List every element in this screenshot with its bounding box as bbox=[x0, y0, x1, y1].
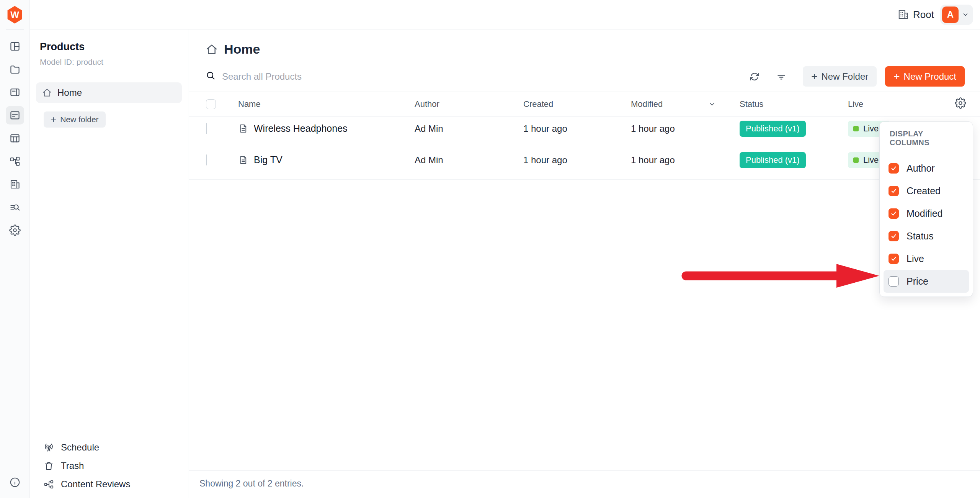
logo-letter: W bbox=[10, 10, 19, 20]
filter-icon[interactable] bbox=[774, 69, 789, 84]
settings-icon[interactable] bbox=[8, 224, 21, 237]
model-id-subtitle: Model ID: product bbox=[40, 57, 178, 67]
sidebar: Products Model ID: product Home + New fo… bbox=[30, 29, 188, 498]
live-dot-icon bbox=[853, 126, 859, 131]
form-builder-icon[interactable] bbox=[8, 86, 21, 99]
schedule-label: Schedule bbox=[61, 442, 99, 453]
tables-icon[interactable] bbox=[8, 132, 21, 145]
column-header-created[interactable]: Created bbox=[523, 99, 631, 109]
select-all-checkbox[interactable] bbox=[206, 99, 216, 109]
live-dot-icon bbox=[853, 157, 859, 163]
page-title: Home bbox=[224, 42, 260, 57]
row-author: Ad Min bbox=[415, 155, 523, 165]
model-title: Products bbox=[40, 41, 178, 53]
tenant-selector[interactable]: Root bbox=[898, 9, 934, 21]
row-select-cell bbox=[206, 123, 238, 134]
refresh-icon[interactable] bbox=[747, 69, 762, 84]
sidebar-header: Products Model ID: product bbox=[30, 29, 188, 76]
building-icon bbox=[898, 9, 909, 20]
top-bar: Root A bbox=[30, 0, 980, 29]
row-checkbox[interactable] bbox=[206, 123, 207, 134]
modified-label: Modified bbox=[631, 99, 663, 109]
menu-item-price[interactable]: Price bbox=[884, 270, 969, 293]
sidebar-new-folder-button[interactable]: + New folder bbox=[44, 111, 106, 128]
row-modified: 1 hour ago bbox=[631, 155, 740, 165]
workflows-icon[interactable] bbox=[8, 155, 21, 168]
column-header-name[interactable]: Name bbox=[238, 99, 415, 109]
column-header-status[interactable]: Status bbox=[740, 99, 848, 109]
menu-item-modified[interactable]: Modified bbox=[884, 202, 969, 225]
trash-label: Trash bbox=[61, 460, 84, 471]
plus-icon: + bbox=[51, 115, 56, 124]
new-folder-label: New folder bbox=[60, 115, 98, 124]
account-menu-button[interactable]: A bbox=[940, 5, 973, 25]
search-input[interactable] bbox=[222, 71, 747, 82]
new-product-button[interactable]: + New Product bbox=[885, 66, 965, 87]
row-author: Ad Min bbox=[415, 123, 523, 134]
audit-logs-icon[interactable] bbox=[8, 201, 21, 214]
avatar: A bbox=[942, 7, 959, 23]
new-folder-button-label: New Folder bbox=[822, 71, 869, 82]
plus-icon: + bbox=[811, 71, 817, 82]
row-select-cell bbox=[206, 155, 238, 165]
checkbox-checked-icon[interactable] bbox=[889, 254, 899, 264]
home-icon bbox=[42, 88, 52, 98]
checkbox-checked-icon[interactable] bbox=[889, 231, 899, 241]
column-header-author[interactable]: Author bbox=[415, 99, 523, 109]
menu-item-label: Modified bbox=[906, 208, 943, 219]
table-row[interactable]: Big TV Ad Min 1 hour ago 1 hour ago Publ… bbox=[189, 148, 980, 180]
row-status-cell: Published (v1) bbox=[740, 121, 848, 137]
menu-item-created[interactable]: Created bbox=[884, 180, 969, 202]
checkbox-unchecked-icon[interactable] bbox=[889, 276, 899, 287]
new-product-button-label: New Product bbox=[904, 71, 956, 82]
logo-wrap[interactable]: W bbox=[0, 0, 29, 29]
document-icon bbox=[238, 155, 248, 165]
row-checkbox[interactable] bbox=[206, 154, 207, 165]
checkbox-checked-icon[interactable] bbox=[889, 186, 899, 196]
checkbox-checked-icon[interactable] bbox=[889, 163, 899, 174]
home-icon bbox=[206, 43, 218, 56]
search-icon bbox=[206, 70, 216, 82]
display-columns-menu: DISPLAY COLUMNS Author Created Modified … bbox=[879, 121, 973, 297]
tenant-label: Root bbox=[913, 9, 934, 21]
status-badge: Published (v1) bbox=[740, 121, 806, 137]
row-name-cell[interactable]: Big TV bbox=[238, 154, 415, 165]
table-row[interactable]: Wireless Headphones Ad Min 1 hour ago 1 … bbox=[189, 117, 980, 148]
menu-item-live[interactable]: Live bbox=[884, 247, 969, 270]
menu-item-author[interactable]: Author bbox=[884, 157, 969, 180]
file-manager-icon[interactable] bbox=[8, 63, 21, 76]
info-icon[interactable] bbox=[9, 477, 21, 490]
document-icon bbox=[238, 123, 248, 134]
entry-name: Wireless Headphones bbox=[254, 123, 348, 134]
checkbox-checked-icon[interactable] bbox=[889, 208, 899, 219]
headless-cms-icon[interactable] bbox=[6, 106, 24, 124]
entries-count-text: Showing 2 out of 2 entries. bbox=[199, 478, 304, 488]
sidebar-item-label: Home bbox=[57, 87, 82, 98]
menu-item-label: Created bbox=[906, 185, 941, 197]
sidebar-item-schedule[interactable]: Schedule bbox=[44, 442, 130, 453]
app-rail: W bbox=[0, 0, 30, 498]
sidebar-item-trash[interactable]: Trash bbox=[44, 460, 130, 471]
row-modified: 1 hour ago bbox=[631, 123, 740, 134]
menu-item-status[interactable]: Status bbox=[884, 225, 969, 247]
broadcast-icon bbox=[44, 442, 54, 453]
row-name-cell[interactable]: Wireless Headphones bbox=[238, 123, 415, 134]
page-builder-icon[interactable] bbox=[8, 40, 21, 53]
menu-item-label: Price bbox=[906, 276, 928, 287]
flow-icon bbox=[44, 479, 54, 490]
column-header-modified[interactable]: Modified bbox=[631, 99, 740, 109]
sort-chevron-down-icon bbox=[708, 100, 716, 108]
tenant-manager-icon[interactable] bbox=[8, 178, 21, 191]
rail-divider bbox=[6, 29, 24, 30]
sidebar-item-content-reviews[interactable]: Content Reviews bbox=[44, 479, 130, 490]
column-settings-gear-icon[interactable] bbox=[955, 97, 966, 111]
chevron-down-icon bbox=[962, 11, 969, 18]
menu-item-label: Live bbox=[906, 253, 924, 264]
new-folder-button[interactable]: + New Folder bbox=[803, 66, 877, 87]
webiny-logo-icon[interactable]: W bbox=[7, 6, 23, 24]
toolbar: + New Folder + New Product bbox=[189, 61, 980, 92]
sidebar-item-home[interactable]: Home bbox=[36, 82, 182, 103]
display-columns-title: DISPLAY COLUMNS bbox=[890, 129, 963, 147]
rail-icons bbox=[6, 40, 24, 237]
sidebar-bottom-links: Schedule Trash Content Reviews bbox=[44, 442, 130, 490]
